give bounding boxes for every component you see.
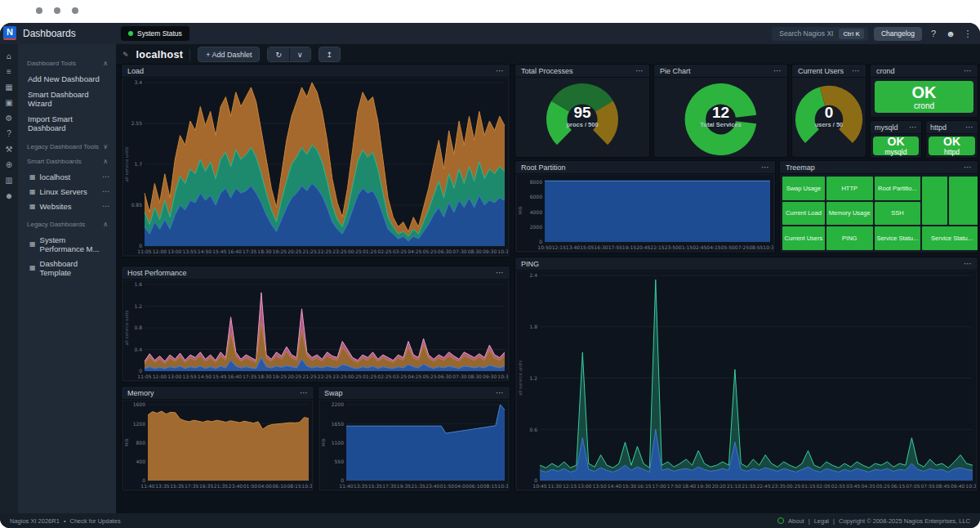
dashlet-menu-icon[interactable]: ⋯ [300, 389, 308, 397]
item-menu-icon[interactable]: ⋯ [102, 172, 109, 181]
dashlet-header[interactable]: Treemap ⋯ [780, 161, 978, 174]
treemap-cell-current-users[interactable]: Current Users [782, 226, 825, 250]
about-link[interactable]: About [788, 517, 804, 525]
help-icon[interactable]: ? [928, 29, 939, 38]
sidebar-item-import-smart-dashboard[interactable]: Import Smart Dashboard [18, 111, 116, 136]
dashlet-menu-icon[interactable]: ⋯ [852, 67, 860, 75]
home-icon[interactable]: ⌂ [7, 51, 11, 60]
dashlet-header[interactable]: Total Processes ⋯ [515, 65, 649, 78]
sidebar-item-dashboard-template[interactable]: ▦ Dashboard Template [18, 256, 116, 280]
dashlet-menu-icon[interactable]: ⋯ [965, 123, 973, 132]
dashlet-header[interactable]: Load ⋯ [122, 65, 510, 78]
account-icon[interactable]: ☻ [5, 191, 14, 200]
dashlet-header[interactable]: crond ⋯ [871, 65, 978, 78]
dashlet-header[interactable]: mysqld ⋯ [871, 121, 921, 134]
httpd-status-box[interactable]: OK httpd [929, 136, 975, 155]
graphs-icon[interactable]: ▣ [5, 98, 12, 107]
dashlet-menu-icon[interactable]: ⋯ [496, 67, 504, 75]
section-legacy-dashboards[interactable]: Legacy Dashboards ∧ [18, 221, 116, 228]
dashlet-header[interactable]: Host Performance ⋯ [122, 266, 510, 280]
svg-text:all service units: all service units [124, 146, 129, 181]
legal-link[interactable]: Legal [814, 517, 829, 525]
svg-text:10:45: 10:45 [532, 483, 546, 489]
svg-text:22:25: 22:25 [318, 374, 332, 379]
treemap-cell-swap-usage[interactable]: Swap Usage [782, 177, 825, 200]
settings-icon[interactable]: ⚙ [6, 114, 13, 123]
dashlet-header[interactable]: Root Partition ⋯ [515, 161, 775, 174]
dashlet-menu-icon[interactable]: ⋯ [761, 163, 769, 172]
icon-rail: ⌂ ≡ ▦ ▣ ⚙ ? ⚒ ⊕ ▥ ☻ [0, 44, 18, 513]
svg-text:19:30: 19:30 [697, 483, 710, 489]
item-menu-icon[interactable]: ⋯ [102, 187, 109, 195]
dashlet-title: Load [127, 67, 144, 75]
section-dashboard-tools[interactable]: Dashboard Tools ∧ [18, 60, 116, 67]
dashlet-header[interactable]: Current Users ⋯ [792, 65, 866, 78]
check-updates-link[interactable]: Check for Updates [70, 517, 121, 525]
section-smart-dashboards[interactable]: Smart Dashboards ∧ [18, 158, 116, 165]
svg-text:10:35: 10:35 [497, 248, 508, 254]
dashlet-header[interactable]: PING ⋯ [515, 257, 978, 271]
kebab-menu-icon[interactable]: ⋮ [962, 29, 973, 39]
treemap-cell-current-load[interactable]: Current Load [782, 202, 825, 226]
dashlet-menu-icon[interactable]: ⋯ [635, 67, 644, 75]
dashlet-menu-icon[interactable]: ⋯ [964, 260, 972, 268]
svg-text:11:05: 11:05 [137, 374, 151, 379]
window-controls[interactable] [36, 7, 78, 14]
refresh-button[interactable]: ↻ [268, 47, 289, 61]
window-dot[interactable] [36, 7, 42, 14]
sidebar-item-linux-servers[interactable]: ▦ Linux Servers ⋯ [18, 184, 116, 199]
svg-text:10:35: 10:35 [497, 483, 508, 489]
dashlet-menu-icon[interactable]: ⋯ [773, 67, 782, 75]
treemap-cell-service-status[interactable]: Service Statu... [922, 226, 978, 250]
dashlet-menu-icon[interactable]: ⋯ [964, 163, 972, 172]
treemap-cell-ping[interactable]: PING [826, 226, 873, 250]
user-icon[interactable]: ☻ [945, 29, 956, 38]
sidebar-item-localhost[interactable]: ▦ localhost ⋯ [18, 169, 116, 184]
treemap-cell-ssh[interactable]: SSH [875, 202, 921, 226]
svg-text:all service units: all service units [518, 360, 523, 396]
window-dot[interactable] [54, 7, 60, 14]
sidebar-item-websites[interactable]: ▦ Websites ⋯ [18, 199, 116, 213]
svg-text:12:00: 12:00 [153, 248, 167, 254]
dashlet-header[interactable]: Swap ⋯ [318, 387, 510, 400]
treemap-cell-service-status[interactable]: Service Statu... [875, 226, 921, 250]
sidebar-item-system-performance[interactable]: ▦ System Performance M... [18, 232, 116, 256]
edit-icon[interactable]: ✎ [122, 51, 129, 59]
system-status-button[interactable]: System Status [121, 26, 189, 41]
search-input[interactable]: Search Nagios XI Ctrl K [772, 27, 868, 41]
add-dashlet-button[interactable]: + Add Dashlet [198, 47, 260, 62]
dashlet-header[interactable]: Pie Chart ⋯ [654, 65, 787, 78]
reports-icon[interactable]: ▥ [5, 176, 12, 185]
section-legacy-dashboard-tools[interactable]: Legacy Dashboard Tools ∨ [18, 143, 116, 150]
dashboard-icon: ▦ [29, 188, 36, 195]
dashlet-header[interactable]: httpd ⋯ [926, 121, 978, 134]
window-dot[interactable] [72, 7, 78, 14]
nagios-logo[interactable]: N [3, 26, 16, 40]
help-icon[interactable]: ? [7, 129, 11, 138]
views-icon[interactable]: ≡ [7, 67, 11, 76]
dashlet-menu-icon[interactable]: ⋯ [496, 389, 504, 397]
mysqld-status-box[interactable]: OK mysqld [873, 136, 919, 155]
changelog-button[interactable]: Changelog [874, 27, 922, 41]
export-button[interactable]: ↥ [318, 47, 341, 62]
dashboards-icon[interactable]: ▦ [5, 83, 12, 92]
dashlet-header[interactable]: Memory ⋯ [122, 387, 314, 400]
sidebar-item-smart-dashboard-wizard[interactable]: Smart Dashboard Wizard [18, 87, 116, 111]
refresh-caret-icon[interactable]: ∨ [289, 47, 310, 61]
item-menu-icon[interactable]: ⋯ [102, 202, 109, 210]
crond-status-box[interactable]: OK crond [875, 81, 973, 113]
treemap-cell-root-partition[interactable]: Root Partitio... [875, 177, 921, 200]
treemap-cell[interactable] [949, 177, 978, 225]
svg-text:13:55: 13:55 [182, 374, 196, 379]
sidebar-item-add-new-dashboard[interactable]: Add New Dashboard [18, 71, 116, 87]
dashlet-title: Host Performance [127, 269, 187, 277]
svg-text:1.2: 1.2 [134, 303, 142, 309]
treemap-cell[interactable] [922, 177, 947, 225]
dashlet-menu-icon[interactable]: ⋯ [964, 67, 972, 75]
dashlet-menu-icon[interactable]: ⋯ [496, 269, 504, 277]
dashlet-menu-icon[interactable]: ⋯ [909, 123, 917, 132]
treemap-cell-memory-usage[interactable]: Memory Usage [826, 202, 873, 226]
tools-icon[interactable]: ⚒ [6, 145, 13, 154]
treemap-cell-http[interactable]: HTTP [826, 177, 873, 200]
web-icon[interactable]: ⊕ [6, 160, 12, 169]
